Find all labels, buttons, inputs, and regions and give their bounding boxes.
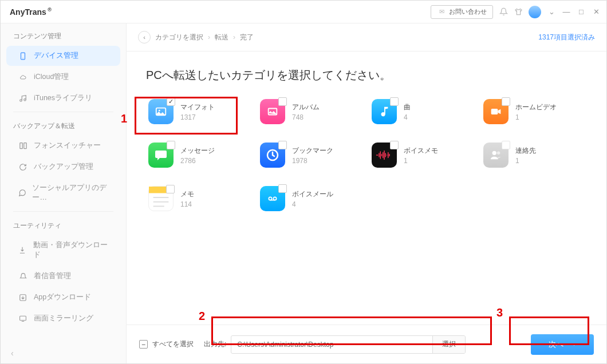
cloud-icon — [18, 73, 28, 82]
checkbox-checked-icon[interactable]: ✓ — [167, 97, 175, 106]
refresh-icon — [18, 163, 28, 172]
svg-point-9 — [159, 110, 160, 112]
minimize-button[interactable]: — — [562, 7, 571, 17]
breadcrumb-step: 完了 — [240, 33, 254, 42]
bell-outline-icon — [18, 272, 28, 281]
note-icon — [148, 186, 174, 211]
category-count: 1317 — [180, 113, 215, 121]
sidebar-item-itunes[interactable]: iTunesライブラリ — [6, 88, 120, 108]
checkbox-icon[interactable] — [166, 185, 175, 193]
category-name: メモ — [180, 189, 194, 199]
category-count: 1 — [515, 157, 536, 165]
breadcrumb: カテゴリを選択 › 転送 › 完了 — [155, 33, 254, 42]
footer: − すべてを選択 出力先: 選択 次へ → — [127, 325, 606, 363]
sidebar-item-backup[interactable]: バックアップ管理 — [6, 157, 120, 177]
app-brand: AnyTrans ® — [6, 7, 52, 17]
checkbox-icon[interactable] — [502, 97, 510, 106]
svg-point-1 — [22, 57, 23, 58]
category-contact[interactable]: 連絡先1 — [481, 140, 587, 170]
category-song[interactable]: 曲4 — [369, 97, 475, 126]
category-name: 曲 — [404, 102, 411, 112]
divider — [13, 112, 113, 112]
category-name: ボイスメール — [292, 189, 333, 199]
category-message[interactable]: メッセージ2786 — [146, 140, 252, 170]
video-icon — [483, 99, 509, 124]
shirt-icon[interactable] — [514, 7, 523, 17]
checkbox-icon[interactable] — [278, 97, 287, 106]
checkbox-icon[interactable] — [167, 141, 175, 149]
category-video[interactable]: ホームビデオ1 — [481, 97, 587, 126]
category-voicemail[interactable]: ボイスメール4 — [258, 184, 364, 213]
album-icon — [260, 99, 285, 124]
sidebar-item-icloud[interactable]: iCloud管理 — [6, 67, 120, 87]
chat-icon — [18, 188, 26, 197]
category-grid: ✓ マイフォト1317 アルバム748 曲4 — [146, 97, 587, 213]
contact-label: お問い合わせ — [449, 7, 487, 16]
music-note-icon — [372, 99, 397, 124]
contact-button[interactable]: ✉ お問い合わせ — [431, 5, 493, 19]
dropdown-icon[interactable]: ⌄ — [547, 7, 556, 17]
output-path-field: 選択 — [231, 335, 466, 354]
category-name: マイフォト — [180, 102, 215, 112]
category-count: 2786 — [180, 157, 215, 165]
sidebar: コンテンツ管理 デバイス管理 iCloud管理 iTunesライブラリ バックア… — [1, 23, 127, 363]
chevron-right-icon: › — [208, 33, 210, 41]
checkbox-icon[interactable] — [502, 141, 510, 149]
checkbox-icon[interactable] — [278, 184, 287, 193]
page-title: PCへ転送したいカテゴリを選択してください。 — [146, 68, 587, 83]
category-count: 1978 — [292, 157, 333, 165]
voicemail-icon — [260, 186, 285, 211]
divider — [13, 211, 113, 212]
svg-rect-0 — [21, 53, 25, 60]
category-bookmark[interactable]: ブックマーク1978 — [258, 140, 364, 170]
output-path-input[interactable] — [231, 341, 432, 349]
contact-icon — [483, 143, 509, 168]
back-button[interactable]: ‹ — [138, 31, 151, 43]
category-name: アルバム — [292, 102, 320, 112]
selection-count: 1317項目選択済み — [538, 33, 595, 42]
sidebar-item-device[interactable]: デバイス管理 — [6, 46, 120, 66]
checkbox-icon[interactable] — [390, 141, 399, 149]
close-button[interactable]: ✕ — [592, 7, 601, 17]
message-icon — [148, 143, 174, 168]
category-name: メッセージ — [180, 146, 215, 156]
sidebar-item-label: 画面ミラーリング — [34, 314, 93, 323]
collapse-sidebar-button[interactable]: ‹ — [11, 349, 14, 358]
sidebar-item-app[interactable]: Appダウンロード — [6, 287, 120, 307]
sidebar-item-label: フォンスイッチャー — [34, 141, 101, 151]
sidebar-item-label: ソーシャルアプリのデー… — [32, 183, 109, 203]
category-album[interactable]: アルバム748 — [258, 97, 364, 126]
sidebar-item-label: iCloud管理 — [34, 72, 69, 82]
sidebar-section-utility: ユーティリティ — [1, 215, 126, 234]
select-all-label: すべてを選択 — [152, 339, 194, 349]
checkbox-icon[interactable] — [278, 141, 287, 149]
sidebar-item-label: バックアップ管理 — [34, 162, 93, 172]
browse-button[interactable]: 選択 — [432, 336, 465, 353]
category-note[interactable]: メモ114 — [146, 184, 252, 213]
mail-icon: ✉ — [437, 7, 446, 17]
output-label: 出力先: — [204, 339, 226, 349]
select-all-checkbox[interactable]: − すべてを選択 — [139, 339, 194, 349]
sidebar-item-label: 着信音管理 — [34, 271, 71, 281]
category-voicememo[interactable]: ボイスメモ1 — [369, 140, 475, 170]
photo-icon: ✓ — [148, 99, 174, 124]
sidebar-item-mirror[interactable]: 画面ミラーリング — [6, 308, 120, 329]
bell-icon[interactable] — [499, 7, 508, 17]
avatar[interactable] — [529, 6, 541, 18]
sidebar-item-ringtone[interactable]: 着信音管理 — [6, 266, 120, 286]
chevron-right-icon: › — [233, 33, 235, 41]
svg-rect-7 — [20, 316, 26, 321]
category-count: 748 — [292, 113, 320, 121]
category-count: 4 — [292, 200, 333, 208]
sidebar-item-social[interactable]: ソーシャルアプリのデー… — [6, 178, 120, 208]
category-name: 連絡先 — [515, 146, 536, 156]
checkbox-icon[interactable] — [390, 97, 399, 106]
category-myphoto[interactable]: ✓ マイフォト1317 — [146, 97, 252, 126]
sidebar-item-switcher[interactable]: フォンスイッチャー — [6, 136, 120, 156]
next-button[interactable]: 次へ → — [531, 334, 594, 355]
phone-icon — [18, 52, 28, 61]
sidebar-item-download[interactable]: 動画・音声ダウンロード — [6, 235, 120, 265]
topbar: ‹ カテゴリを選択 › 転送 › 完了 1317項目選択済み — [127, 23, 606, 51]
maximize-button[interactable]: □ — [577, 7, 586, 17]
sidebar-item-label: デバイス管理 — [34, 51, 78, 61]
